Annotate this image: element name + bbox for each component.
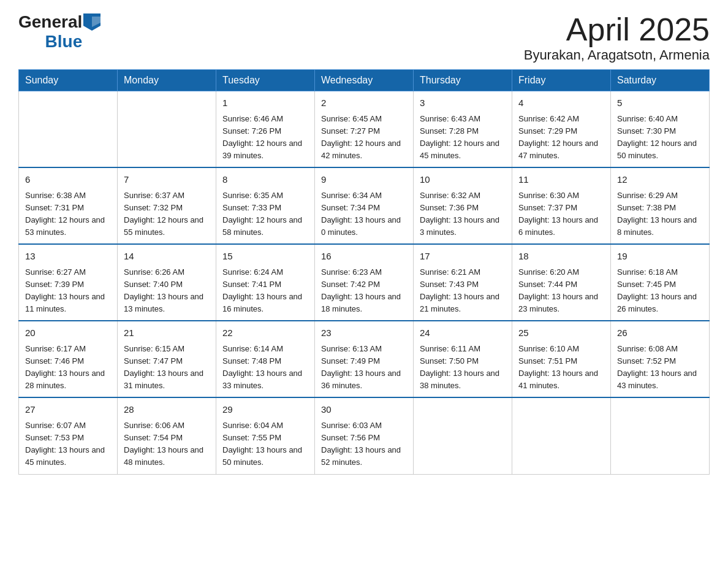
calendar-cell: 3Sunrise: 6:43 AMSunset: 7:28 PMDaylight…	[414, 91, 512, 168]
day-number: 3	[420, 96, 506, 110]
day-info: Sunrise: 6:20 AMSunset: 7:44 PMDaylight:…	[518, 266, 604, 316]
day-info: Sunrise: 6:46 AMSunset: 7:26 PMDaylight:…	[222, 113, 308, 163]
day-info: Sunrise: 6:21 AMSunset: 7:43 PMDaylight:…	[420, 266, 506, 316]
day-number: 15	[222, 250, 308, 264]
logo-icon	[83, 13, 100, 31]
weekday-header-wednesday: Wednesday	[315, 70, 414, 91]
day-info: Sunrise: 6:30 AMSunset: 7:37 PMDaylight:…	[518, 190, 604, 239]
day-number: 7	[124, 173, 210, 187]
day-info: Sunrise: 6:04 AMSunset: 7:55 PMDaylight:…	[222, 419, 308, 469]
calendar-table: SundayMondayTuesdayWednesdayThursdayFrid…	[18, 69, 710, 474]
weekday-header-thursday: Thursday	[414, 70, 512, 91]
calendar-week-row: 13Sunrise: 6:27 AMSunset: 7:39 PMDayligh…	[19, 244, 710, 321]
logo: General Blue	[18, 12, 100, 52]
calendar-cell: 19Sunrise: 6:18 AMSunset: 7:45 PMDayligh…	[611, 244, 710, 321]
calendar-cell: 17Sunrise: 6:21 AMSunset: 7:43 PMDayligh…	[414, 244, 512, 321]
calendar-week-row: 20Sunrise: 6:17 AMSunset: 7:46 PMDayligh…	[19, 321, 710, 397]
logo-blue-text: Blue	[45, 32, 83, 52]
calendar-cell: 25Sunrise: 6:10 AMSunset: 7:51 PMDayligh…	[512, 321, 611, 397]
day-info: Sunrise: 6:29 AMSunset: 7:38 PMDaylight:…	[617, 190, 703, 239]
day-number: 16	[321, 250, 407, 264]
calendar-cell: 4Sunrise: 6:42 AMSunset: 7:29 PMDaylight…	[512, 91, 611, 168]
day-info: Sunrise: 6:43 AMSunset: 7:28 PMDaylight:…	[420, 113, 506, 163]
calendar-cell: 27Sunrise: 6:07 AMSunset: 7:53 PMDayligh…	[19, 397, 118, 474]
day-info: Sunrise: 6:06 AMSunset: 7:54 PMDaylight:…	[124, 419, 210, 469]
day-info: Sunrise: 6:32 AMSunset: 7:36 PMDaylight:…	[420, 190, 506, 239]
day-info: Sunrise: 6:08 AMSunset: 7:52 PMDaylight:…	[617, 343, 703, 393]
day-info: Sunrise: 6:42 AMSunset: 7:29 PMDaylight:…	[518, 113, 604, 163]
weekday-header-monday: Monday	[118, 70, 216, 91]
calendar-cell: 1Sunrise: 6:46 AMSunset: 7:26 PMDaylight…	[216, 91, 315, 168]
calendar-cell: 28Sunrise: 6:06 AMSunset: 7:54 PMDayligh…	[118, 397, 216, 474]
day-info: Sunrise: 6:11 AMSunset: 7:50 PMDaylight:…	[420, 343, 506, 393]
weekday-header-sunday: Sunday	[19, 70, 118, 91]
calendar-cell: 29Sunrise: 6:04 AMSunset: 7:55 PMDayligh…	[216, 397, 315, 474]
day-info: Sunrise: 6:15 AMSunset: 7:47 PMDaylight:…	[124, 343, 210, 393]
day-info: Sunrise: 6:03 AMSunset: 7:56 PMDaylight:…	[321, 419, 407, 469]
location-title: Byurakan, Aragatsotn, Armenia	[524, 47, 710, 63]
calendar-cell	[611, 397, 710, 474]
calendar-cell: 30Sunrise: 6:03 AMSunset: 7:56 PMDayligh…	[315, 397, 414, 474]
calendar-cell: 6Sunrise: 6:38 AMSunset: 7:31 PMDaylight…	[19, 167, 118, 244]
day-number: 24	[420, 326, 506, 340]
day-number: 26	[617, 326, 703, 340]
calendar-cell	[414, 397, 512, 474]
calendar-cell: 22Sunrise: 6:14 AMSunset: 7:48 PMDayligh…	[216, 321, 315, 397]
day-number: 21	[124, 326, 210, 340]
calendar-cell: 23Sunrise: 6:13 AMSunset: 7:49 PMDayligh…	[315, 321, 414, 397]
day-number: 28	[124, 403, 210, 417]
calendar-cell: 12Sunrise: 6:29 AMSunset: 7:38 PMDayligh…	[611, 167, 710, 244]
day-number: 4	[518, 96, 604, 110]
month-title: April 2025	[524, 12, 710, 47]
day-info: Sunrise: 6:14 AMSunset: 7:48 PMDaylight:…	[222, 343, 308, 393]
weekday-header-saturday: Saturday	[611, 70, 710, 91]
day-number: 14	[124, 250, 210, 264]
day-number: 11	[518, 173, 604, 187]
weekday-header-row: SundayMondayTuesdayWednesdayThursdayFrid…	[19, 70, 710, 91]
calendar-cell: 9Sunrise: 6:34 AMSunset: 7:34 PMDaylight…	[315, 167, 414, 244]
day-info: Sunrise: 6:13 AMSunset: 7:49 PMDaylight:…	[321, 343, 407, 393]
day-info: Sunrise: 6:27 AMSunset: 7:39 PMDaylight:…	[25, 266, 111, 316]
day-number: 17	[420, 250, 506, 264]
day-info: Sunrise: 6:45 AMSunset: 7:27 PMDaylight:…	[321, 113, 407, 163]
calendar-cell	[118, 91, 216, 168]
day-number: 23	[321, 326, 407, 340]
day-number: 20	[25, 326, 111, 340]
day-info: Sunrise: 6:38 AMSunset: 7:31 PMDaylight:…	[25, 190, 111, 239]
day-info: Sunrise: 6:37 AMSunset: 7:32 PMDaylight:…	[124, 190, 210, 239]
calendar-cell: 18Sunrise: 6:20 AMSunset: 7:44 PMDayligh…	[512, 244, 611, 321]
calendar-cell	[512, 397, 611, 474]
day-number: 6	[25, 173, 111, 187]
calendar-cell: 15Sunrise: 6:24 AMSunset: 7:41 PMDayligh…	[216, 244, 315, 321]
calendar-cell: 13Sunrise: 6:27 AMSunset: 7:39 PMDayligh…	[19, 244, 118, 321]
day-number: 13	[25, 250, 111, 264]
calendar-cell: 2Sunrise: 6:45 AMSunset: 7:27 PMDaylight…	[315, 91, 414, 168]
calendar-cell: 20Sunrise: 6:17 AMSunset: 7:46 PMDayligh…	[19, 321, 118, 397]
weekday-header-friday: Friday	[512, 70, 611, 91]
day-info: Sunrise: 6:26 AMSunset: 7:40 PMDaylight:…	[124, 266, 210, 316]
day-number: 12	[617, 173, 703, 187]
day-number: 30	[321, 403, 407, 417]
calendar-cell: 5Sunrise: 6:40 AMSunset: 7:30 PMDaylight…	[611, 91, 710, 168]
day-info: Sunrise: 6:35 AMSunset: 7:33 PMDaylight:…	[222, 190, 308, 239]
day-info: Sunrise: 6:24 AMSunset: 7:41 PMDaylight:…	[222, 266, 308, 316]
calendar-cell: 14Sunrise: 6:26 AMSunset: 7:40 PMDayligh…	[118, 244, 216, 321]
title-block: April 2025 Byurakan, Aragatsotn, Armenia	[524, 12, 710, 63]
calendar-cell	[19, 91, 118, 168]
calendar-week-row: 6Sunrise: 6:38 AMSunset: 7:31 PMDaylight…	[19, 167, 710, 244]
calendar-cell: 26Sunrise: 6:08 AMSunset: 7:52 PMDayligh…	[611, 321, 710, 397]
day-info: Sunrise: 6:18 AMSunset: 7:45 PMDaylight:…	[617, 266, 703, 316]
day-info: Sunrise: 6:17 AMSunset: 7:46 PMDaylight:…	[25, 343, 111, 393]
calendar-cell: 8Sunrise: 6:35 AMSunset: 7:33 PMDaylight…	[216, 167, 315, 244]
day-number: 27	[25, 403, 111, 417]
logo-general-text: General	[18, 12, 82, 32]
day-number: 9	[321, 173, 407, 187]
day-info: Sunrise: 6:07 AMSunset: 7:53 PMDaylight:…	[25, 419, 111, 469]
calendar-cell: 16Sunrise: 6:23 AMSunset: 7:42 PMDayligh…	[315, 244, 414, 321]
day-number: 8	[222, 173, 308, 187]
day-number: 29	[222, 403, 308, 417]
day-info: Sunrise: 6:34 AMSunset: 7:34 PMDaylight:…	[321, 190, 407, 239]
day-number: 5	[617, 96, 703, 110]
day-number: 25	[518, 326, 604, 340]
day-info: Sunrise: 6:10 AMSunset: 7:51 PMDaylight:…	[518, 343, 604, 393]
